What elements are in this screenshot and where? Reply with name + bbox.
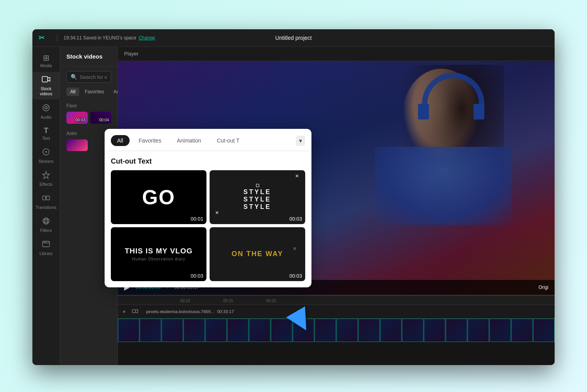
svg-point-4 [45, 151, 47, 153]
popup-grid: GO 00:01 STYLE STYLE STYLE ✕ ✕ 00:03 [105, 170, 311, 281]
video-frame-5 [205, 319, 227, 342]
filter-tab-all[interactable]: All [66, 87, 79, 96]
video-frame-19 [511, 319, 533, 342]
sidebar-item-library[interactable]: Library [32, 237, 60, 259]
vlog-content: THIS IS MY VLOG Human Observation diary [125, 247, 192, 261]
svg-rect-6 [46, 196, 50, 200]
top-bar-divider [57, 34, 57, 42]
ruler-tick-15: 00:15 [223, 299, 233, 303]
save-status: 19:34:11 Saved in YEUNG's space [64, 35, 136, 41]
search-bar[interactable]: 🔍 [66, 71, 111, 83]
filters-icon [42, 217, 50, 226]
effects-icon [42, 171, 50, 180]
sidebar: ⊞ Media Stockvideos [32, 47, 60, 365]
sidebar-item-audio[interactable]: Audio [32, 100, 60, 123]
sidebar-item-effects[interactable]: Effects [32, 167, 60, 190]
popup-tab-all[interactable]: All [111, 135, 130, 146]
filter-tab-animation[interactable]: Animation [110, 87, 118, 96]
sidebar-item-transitions[interactable]: Transitions [32, 191, 60, 213]
video-frame-10 [315, 319, 336, 342]
sidebar-item-filters[interactable]: Filters [32, 214, 60, 236]
ruler-tick-10: 00:10 [180, 299, 190, 303]
vlog-title-text: THIS IS MY VLOG [125, 247, 192, 255]
sidebar-label-stickers: Stickers [38, 159, 53, 164]
headphone-cup-left [473, 104, 484, 119]
video-frame-15 [424, 319, 445, 342]
library-icon [42, 240, 50, 249]
style-dot-tl [256, 184, 259, 187]
popup-item-go-duration: 00:01 [190, 216, 203, 222]
video-track-strip [118, 319, 555, 350]
popup-tab-animation[interactable]: Animation [171, 135, 207, 146]
sidebar-label-library: Library [39, 251, 53, 256]
video-frame-20 [533, 319, 555, 342]
panel-filter-tabs: All Favorites Animation Cut-out ▼ [60, 87, 117, 100]
sidebar-item-text[interactable]: T Text [32, 123, 60, 144]
panel-item-1[interactable]: 00:03 [66, 112, 88, 124]
popup-item-style-duration: 00:03 [289, 216, 302, 222]
timeline-add-btn[interactable]: + [121, 308, 127, 315]
project-title: Untitled project [275, 35, 311, 41]
search-input[interactable] [80, 74, 107, 80]
video-frame-16 [446, 319, 467, 342]
style-line-1: STYLE [244, 189, 272, 196]
popup-item-onway-duration: 00:03 [289, 273, 302, 279]
svg-point-2 [45, 107, 47, 109]
video-frame-6 [227, 319, 249, 342]
onway-cross: ✕ [293, 246, 297, 251]
sidebar-label-audio: Audio [41, 115, 52, 119]
panel-item-1-duration: 00:03 [75, 118, 85, 122]
vlog-subtitle-text: Human Observation diary [132, 257, 185, 261]
sidebar-label-effects: Effects [39, 182, 52, 187]
panel-section-favorites: Favo [60, 100, 117, 112]
svg-rect-0 [42, 77, 48, 82]
video-frame-12 [358, 319, 380, 342]
video-frame-7 [249, 319, 270, 342]
svg-point-7 [43, 218, 49, 224]
video-frame-17 [468, 319, 489, 342]
panel-anim-item-1[interactable] [66, 139, 88, 151]
popup-tab-favorites[interactable]: Favorites [133, 135, 168, 146]
video-frame-13 [380, 319, 402, 342]
stickers-icon [42, 148, 50, 157]
popup-filter-tabs: All Favorites Animation Cut-out T ▾ [105, 135, 311, 151]
video-frame-2 [140, 319, 161, 342]
timeline-section: 00:10 00:15 00:20 + pexels-ekaterina-bol… [118, 295, 555, 365]
panel-title: Stock videos [60, 47, 117, 66]
svg-rect-10 [132, 310, 135, 313]
filter-tab-favorites[interactable]: Favorites [81, 87, 108, 96]
svg-rect-9 [43, 241, 50, 247]
panel-item-2[interactable]: 00:04 [90, 112, 112, 124]
timeline-ruler: 00:10 00:15 00:20 [118, 296, 555, 305]
timeline-filename: pexels-ekaterina-bolovtsova-7669... [146, 309, 214, 314]
search-icon: 🔍 [71, 74, 77, 80]
sidebar-item-media[interactable]: ⊞ Media [32, 51, 60, 71]
onway-text: ON THE WAY [231, 250, 283, 258]
popup-tab-more-btn[interactable]: ▾ [296, 135, 305, 146]
player-header: Player [118, 47, 555, 61]
ruler-tick-20: 00:20 [266, 299, 276, 303]
transitions-icon [42, 194, 50, 203]
app-logo: ✂ [39, 34, 44, 42]
sidebar-item-stock-videos[interactable]: Stockvideos [32, 72, 60, 100]
video-frame-11 [336, 319, 358, 342]
popup-tab-cutout[interactable]: Cut-out T [210, 135, 245, 146]
popup-item-style[interactable]: STYLE STYLE STYLE ✕ ✕ 00:03 [210, 170, 305, 224]
timeline-audio-btn[interactable] [130, 307, 140, 316]
change-link[interactable]: Change [139, 35, 155, 41]
video-frame-14 [402, 319, 423, 342]
audio-icon [42, 103, 50, 113]
svg-rect-5 [43, 196, 46, 200]
orig-label: Origi [539, 285, 548, 290]
person-area [340, 61, 535, 241]
popup-item-vlog[interactable]: THIS IS MY VLOG Human Observation diary … [111, 227, 206, 281]
text-icon: T [44, 127, 48, 134]
sidebar-item-stickers[interactable]: Stickers [32, 144, 60, 167]
video-frame-3 [162, 319, 183, 342]
popup-item-onway[interactable]: ON THE WAY ✕ 00:03 [210, 227, 305, 281]
sidebar-label-text: Text [42, 136, 50, 141]
popup-item-vlog-duration: 00:03 [190, 273, 203, 279]
popup-item-go[interactable]: GO 00:01 [111, 170, 206, 224]
media-icon: ⊞ [43, 54, 50, 62]
video-frame-4 [183, 319, 205, 342]
